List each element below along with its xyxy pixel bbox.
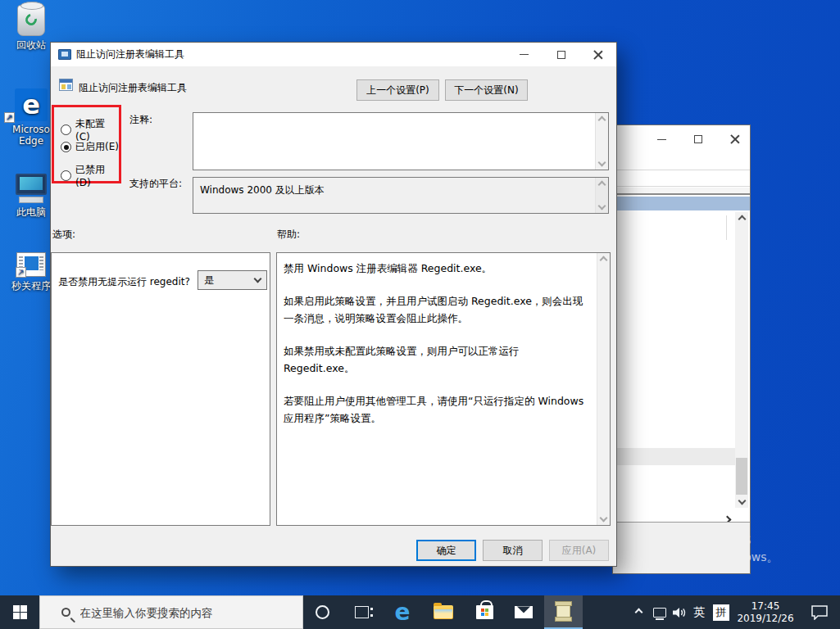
this-pc-icon <box>6 174 57 203</box>
activate-windows-watermark-line2: 转到“设置”以激活 Windows。 <box>620 550 778 565</box>
help-scrollbar[interactable] <box>597 253 610 525</box>
shortcut-arrow-icon: ↗ <box>16 267 26 278</box>
chevron-up-icon <box>598 116 606 124</box>
supported-scrollbar <box>595 178 608 213</box>
desktop-icon-this-pc[interactable]: 此电脑 <box>6 174 57 219</box>
radio-not-configured[interactable]: 未配置(C) <box>61 117 119 143</box>
radio-button-checked-icon <box>61 142 71 152</box>
task-view-icon <box>355 606 369 618</box>
bg-minimize-button[interactable] <box>653 131 670 147</box>
bg-maximize-button[interactable] <box>690 131 706 147</box>
task-view-button[interactable] <box>344 595 379 629</box>
cortana-button[interactable] <box>305 595 339 629</box>
desktop-icon-edge[interactable]: e↗ Microso Edge <box>6 88 57 147</box>
options-panel: 是否禁用无提示运行 regedit? 是 <box>51 252 270 526</box>
cancel-button[interactable]: 取消 <box>483 540 543 561</box>
desktop-icon-shortcut-app[interactable]: ↗ 秒关程序 <box>6 252 57 293</box>
edge-label-line2: Edge <box>6 135 57 147</box>
chevron-down-icon <box>598 159 606 167</box>
dialog-title: 阻止访问注册表编辑工具 <box>76 48 184 61</box>
red-highlight-box: 未配置(C) 已启用(E) 已禁用(D) <box>52 105 121 183</box>
file-explorer-icon <box>434 605 453 619</box>
comment-scroll-down-button[interactable] <box>596 156 608 169</box>
radio-enabled[interactable]: 已启用(E) <box>61 140 119 154</box>
comment-scroll-up-button[interactable] <box>596 114 608 126</box>
chevron-down-icon <box>598 202 606 210</box>
edge-label-line1: Microso <box>6 124 57 135</box>
maximize-icon <box>557 51 565 59</box>
recycle-bin-icon <box>6 5 57 36</box>
minimize-icon <box>657 139 666 140</box>
dialog-close-button[interactable] <box>579 43 616 66</box>
bg-vertical-scrollbar[interactable] <box>735 212 748 508</box>
app-window-icon: ↗ <box>6 252 57 277</box>
ime-language-indicator[interactable]: 英 <box>690 595 708 629</box>
ime-mode-indicator[interactable]: 拼 <box>711 595 731 629</box>
radio-button-icon <box>61 124 71 135</box>
comment-scrollbar[interactable] <box>595 113 608 170</box>
recycle-bin-label: 回收站 <box>6 38 57 52</box>
chevron-down-icon <box>738 497 746 505</box>
comment-textarea[interactable] <box>193 112 609 170</box>
cortana-icon <box>316 605 329 619</box>
apply-button[interactable]: 应用(A) <box>549 540 609 561</box>
ime-mode-badge: 拼 <box>713 604 729 621</box>
help-scroll-up-button[interactable] <box>597 254 610 266</box>
dialog-minimize-button[interactable] <box>506 43 543 66</box>
dialog-maximize-button[interactable] <box>543 43 579 66</box>
taskbar-store-button[interactable] <box>465 595 503 629</box>
help-paragraph: 如果禁用或未配置此策略设置，则用户可以正常运行 Regedit.exe。 <box>284 342 590 377</box>
taskbar-edge-button[interactable]: e <box>384 595 421 629</box>
option-dropdown-value: 是 <box>204 274 214 287</box>
volume-tray-button[interactable] <box>670 595 690 629</box>
minimize-icon <box>520 54 529 55</box>
help-paragraph: 如果启用此策略设置，并且用户试图启动 Regedit.exe，则会出现一条消息，… <box>284 292 590 327</box>
bg-scrollbar-thumb[interactable] <box>736 458 747 495</box>
chevron-up-icon <box>600 256 608 265</box>
bg-toolbar-separator <box>613 188 750 195</box>
help-scroll-down-button[interactable] <box>597 512 610 524</box>
edge-icon: e↗ <box>6 88 57 121</box>
desktop-icon-recycle-bin[interactable]: 回收站 <box>6 5 57 52</box>
group-policy-scroll-icon <box>556 601 570 622</box>
chevron-down-icon <box>600 514 608 523</box>
action-center-button[interactable] <box>803 595 836 629</box>
mail-icon <box>515 606 533 618</box>
taskbar-mail-button[interactable] <box>505 595 543 629</box>
activate-windows-watermark-line1: 激活 Windows <box>640 528 751 550</box>
help-paragraph: 禁用 Windows 注册表编辑器 Regedit.exe。 <box>284 260 590 277</box>
windows-logo-icon <box>13 605 27 619</box>
option-dropdown[interactable]: 是 <box>198 270 267 290</box>
chevron-up-icon <box>738 215 746 224</box>
bg-toolbar <box>613 170 750 187</box>
store-icon <box>476 605 493 619</box>
taskbar-file-explorer-button[interactable] <box>425 595 462 629</box>
next-setting-button[interactable]: 下一个设置(N) <box>445 79 528 101</box>
start-button[interactable] <box>0 595 39 629</box>
search-input[interactable] <box>80 606 293 619</box>
chevron-up-icon <box>634 609 642 617</box>
supported-on-box: Windows 2000 及以上版本 <box>193 177 609 214</box>
policy-window-icon <box>58 49 71 60</box>
previous-setting-button[interactable]: 上一个设置(P) <box>356 79 439 101</box>
bg-close-button[interactable] <box>727 131 743 147</box>
help-label: 帮助: <box>277 228 300 242</box>
action-center-icon <box>811 605 828 620</box>
edge-icon: e <box>395 599 411 626</box>
shortcut-arrow-icon: ↗ <box>4 112 15 123</box>
background-window[interactable] <box>613 125 750 573</box>
taskbar: e 英 拼 17:45 2019/12/26 <box>0 595 840 629</box>
taskbar-clock[interactable]: 17:45 2019/12/26 <box>734 595 797 629</box>
taskbar-gpedit-button-active[interactable] <box>544 595 583 629</box>
supported-on-value: Windows 2000 及以上版本 <box>200 183 325 197</box>
network-tray-button[interactable] <box>650 595 670 629</box>
ok-button[interactable]: 确定 <box>416 540 476 561</box>
bg-scroll-down-button[interactable] <box>735 495 748 507</box>
bg-scroll-up-button[interactable] <box>735 213 748 225</box>
radio-disabled[interactable]: 已禁用(D) <box>61 163 119 188</box>
option-question: 是否禁用无提示运行 regedit? <box>58 275 190 289</box>
network-icon <box>653 608 666 618</box>
taskbar-search-box[interactable] <box>39 595 303 629</box>
background-window-titlebar <box>613 125 750 152</box>
tray-overflow-button[interactable] <box>629 595 647 629</box>
